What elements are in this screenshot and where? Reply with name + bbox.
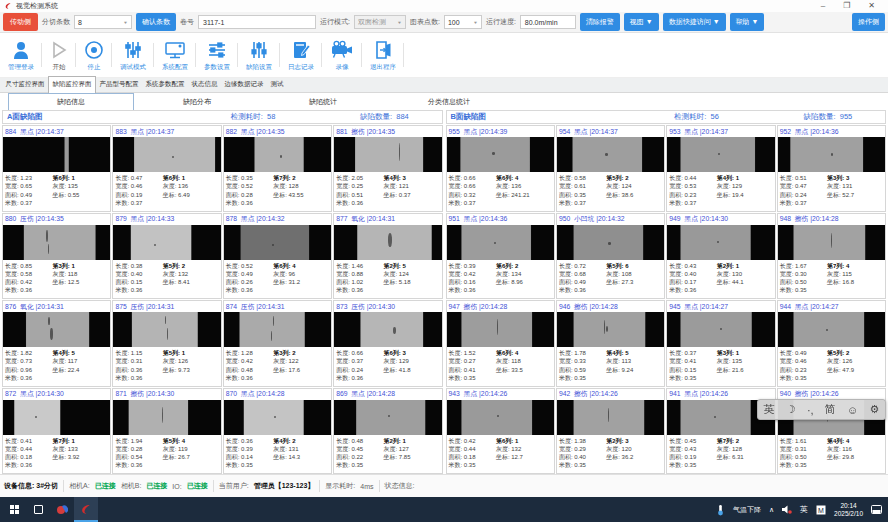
defect-cell-947[interactable]: 947 擦伤 |20:14:28长度: 1.52宽度: 0.27面积: 0.41… (446, 300, 555, 387)
defect-cell-944[interactable]: 944 黑点 |20:14:27长度: 0.49宽度: 0.46面积: 0.23… (777, 300, 886, 387)
tab-尺寸监控界面[interactable]: 尺寸监控界面 (2, 77, 48, 92)
defect-image (447, 225, 554, 260)
tab-状态信息[interactable]: 状态信息 (188, 77, 221, 92)
close-button[interactable]: ✕ (868, 2, 875, 10)
lang-indicator[interactable]: 英 (800, 504, 808, 515)
defect-cell-883[interactable]: 883 黑点 |20:14:37长度: 0.47宽度: 0.46面积: 0.19… (112, 125, 221, 212)
cell-info: 长度: 0.47宽度: 0.46面积: 0.19米数: 0.37第6列: 1灰度… (113, 172, 220, 211)
weather-text[interactable]: 气温下降 (733, 505, 761, 515)
defect-cell-949[interactable]: 949 黑点 |20:14:30长度: 0.43宽度: 0.40面积: 0.17… (666, 213, 775, 300)
defect-mark (280, 155, 282, 158)
view-button[interactable]: 视图 ▼ (624, 13, 659, 31)
ime-item[interactable]: ⚙ (869, 403, 879, 416)
clear-alarm-button[interactable]: 清除报警 (580, 13, 620, 31)
defect-cell-951[interactable]: 951 黑点 |20:14:36长度: 0.39宽度: 0.42面积: 0.16… (446, 213, 555, 300)
drive-side-button[interactable]: 传动侧 (3, 13, 38, 31)
roll-input[interactable]: 3117-1 (198, 15, 316, 29)
defect-cell-948[interactable]: 948 擦伤 |20:14:28长度: 1.67宽度: 0.30面积: 0.50… (777, 213, 886, 300)
operator-side-button[interactable]: 操作侧 (852, 13, 885, 31)
defect-cell-953[interactable]: 953 黑点 |20:14:37长度: 0.44宽度: 0.53面积: 0.23… (666, 125, 775, 212)
tab-产品型号配置[interactable]: 产品型号配置 (96, 77, 142, 92)
管理登录-button[interactable]: 管理登录 (0, 35, 42, 75)
defect-cell-952[interactable]: 952 黑点 |20:14:36长度: 0.51宽度: 0.47面积: 0.24… (777, 125, 886, 212)
maximize-button[interactable]: ❐ (843, 2, 850, 10)
defect-cell-954[interactable]: 954 黑点 |20:14:37长度: 0.58宽度: 0.61面积: 0.35… (556, 125, 665, 212)
defect-cell-879[interactable]: 879 黑点 |20:14:33长度: 0.38宽度: 0.40面积: 0.15… (112, 213, 221, 300)
调试模式-button[interactable]: 调试模式 (112, 35, 154, 75)
cell-header: 878 黑点 |20:14:32 (224, 214, 331, 225)
ime-toolbar[interactable]: 英☽·,简☺⚙ (757, 399, 886, 420)
defect-cell-874[interactable]: 874 压伤 |20:14:31长度: 1.28宽度: 0.42面积: 0.48… (223, 300, 332, 387)
defect-cell-943[interactable]: 943 黑点 |20:14:26长度: 0.42宽度: 0.44面积: 0.18… (446, 388, 555, 475)
日志记录-button[interactable]: 日志记录 (280, 35, 322, 75)
points-combo[interactable]: 100▼ (444, 15, 482, 29)
退出程序-button[interactable]: 退出程序 (362, 35, 404, 75)
task-view-button[interactable] (26, 497, 50, 522)
开始-button[interactable]: 开始 (42, 35, 76, 75)
notification-icon[interactable] (871, 505, 882, 515)
defect-cell-871[interactable]: 871 擦伤 |20:14:30长度: 1.94宽度: 0.28面积: 0.54… (112, 388, 221, 475)
defect-mark (714, 416, 716, 418)
taskbar-app2-icon[interactable] (74, 497, 98, 522)
defect-cell-870[interactable]: 870 黑点 |20:14:28长度: 0.36宽度: 0.39面积: 0.14… (223, 388, 332, 475)
defect-image (113, 312, 220, 347)
defect-cell-945[interactable]: 945 黑点 |20:14:27长度: 0.37宽度: 0.41面积: 0.15… (666, 300, 775, 387)
tab-系统参数配置[interactable]: 系统参数配置 (142, 77, 188, 92)
ime-item[interactable]: ·, (807, 404, 814, 416)
defect-cell-877[interactable]: 877 氧化 |20:14:31长度: 1.46宽度: 0.88面积: 1.02… (333, 213, 442, 300)
defect-image (3, 225, 110, 260)
tab-缺陷监控界面[interactable]: 缺陷监控界面 (48, 76, 96, 93)
停止-button[interactable]: 停止 (76, 35, 112, 75)
defect-cell-881[interactable]: 881 擦伤 |20:14:35长度: 2.05宽度: 0.25面积: 0.51… (333, 125, 442, 212)
defect-cell-942[interactable]: 942 擦伤 |20:14:26长度: 1.38宽度: 0.29面积: 0.40… (556, 388, 665, 475)
defect-mark (608, 408, 609, 422)
subtab-分类信息统计[interactable]: 分类信息统计 (386, 94, 512, 110)
ime-item[interactable]: ☽ (786, 403, 796, 416)
subtab-缺陷统计[interactable]: 缺陷统计 (260, 94, 386, 110)
defect-cell-880[interactable]: 880 压伤 |20:14:35长度: 0.85宽度: 0.58面积: 0.42… (2, 213, 111, 300)
cell-info: 长度: 0.41宽度: 0.44面积: 0.18米数: 0.36第7列: 1灰度… (3, 435, 110, 474)
subtab-缺陷分布[interactable]: 缺陷分布 (134, 94, 260, 110)
subtab-缺陷信息[interactable]: 缺陷信息 (8, 93, 134, 111)
defect-cell-869[interactable]: 869 黑点 |20:14:28长度: 0.48宽度: 0.45面积: 0.22… (333, 388, 442, 475)
defect-mark (162, 407, 163, 423)
defect-image (778, 312, 885, 347)
ime-icon[interactable]: M (816, 505, 826, 515)
confirm-count-button[interactable]: 确认条数 (136, 13, 176, 31)
defect-mark (399, 143, 400, 161)
参数设置-button[interactable]: 参数设置 (196, 35, 238, 75)
cell-info: 长度: 0.37宽度: 0.41面积: 0.15米数: 0.35第3列: 1灰度… (667, 347, 774, 386)
defect-cell-878[interactable]: 878 黑点 |20:14:32长度: 0.52宽度: 0.49面积: 0.26… (223, 213, 332, 300)
ime-item[interactable]: 简 (825, 402, 836, 417)
tab-边缘数据记录[interactable]: 边缘数据记录 (221, 77, 267, 92)
缺陷设置-button[interactable]: 缺陷设置 (238, 35, 280, 75)
clock[interactable]: 20:142025/2/10 (834, 502, 863, 518)
defect-cell-882[interactable]: 882 黑点 |20:14:35长度: 0.35宽度: 0.52面积: 0.28… (223, 125, 332, 212)
defect-cell-876[interactable]: 876 氧化 |20:14:31长度: 1.82宽度: 0.73面积: 0.96… (2, 300, 111, 387)
defect-cell-946[interactable]: 946 擦伤 |20:14:28长度: 1.78宽度: 0.33面积: 0.59… (556, 300, 665, 387)
录像-button[interactable]: 录像 (322, 35, 362, 75)
taskbar-app1-icon[interactable] (50, 497, 74, 522)
volume-icon[interactable] (782, 505, 792, 514)
defect-cell-884[interactable]: 884 黑点 |20:14:37长度: 1.23宽度: 0.65面积: 0.49… (2, 125, 111, 212)
mode-combo[interactable]: 双面检测▼ (354, 15, 406, 29)
系统配置-button[interactable]: 系统配置 (154, 35, 196, 75)
defect-cell-873[interactable]: 873 压伤 |20:14:30长度: 0.66宽度: 0.37面积: 0.24… (333, 300, 442, 387)
help-button[interactable]: 帮助 ▼ (730, 13, 765, 31)
defect-cell-955[interactable]: 955 黑点 |20:14:39长度: 0.66宽度: 0.66面积: 0.32… (446, 125, 555, 212)
start-button[interactable] (2, 497, 26, 522)
strip-count-combo[interactable]: 8▼ (74, 15, 132, 29)
ime-item[interactable]: ☺ (847, 404, 858, 416)
minimize-button[interactable]: – (821, 2, 825, 10)
tab-测试[interactable]: 测试 (267, 77, 287, 92)
defect-mark (35, 416, 37, 418)
quick-access-button[interactable]: 数据快捷访问 ▼ (663, 13, 726, 31)
tray-expand-icon[interactable]: ∧ (769, 506, 774, 514)
cell-header: 950 小凹坑 |20:14:32 (557, 214, 664, 225)
defect-cell-950[interactable]: 950 小凹坑 |20:14:32长度: 0.72宽度: 0.68面积: 0.4… (556, 213, 665, 300)
cell-info: 长度: 2.05宽度: 0.25面积: 0.51米数: 0.36第4列: 3灰度… (334, 172, 441, 211)
device-info: 3#分切 (36, 482, 58, 489)
defect-cell-872[interactable]: 872 黑点 |20:14:30长度: 0.41宽度: 0.44面积: 0.18… (2, 388, 111, 475)
ime-item[interactable]: 英 (764, 402, 775, 417)
defect-cell-875[interactable]: 875 压伤 |20:14:31长度: 1.15宽度: 0.31面积: 0.36… (112, 300, 221, 387)
